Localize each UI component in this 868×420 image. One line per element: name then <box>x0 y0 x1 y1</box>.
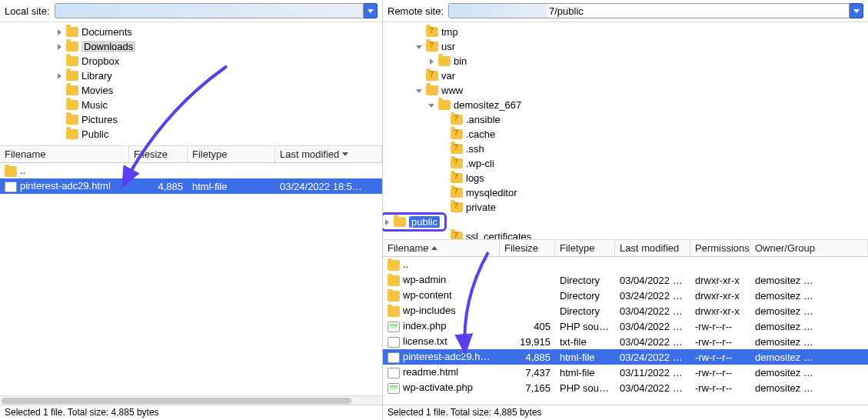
folder-icon: ? <box>451 144 463 154</box>
disclosure-icon[interactable] <box>415 44 423 50</box>
local-site-dropdown[interactable] <box>364 3 377 18</box>
cell-name: wp-admin <box>383 274 500 286</box>
tree-item[interactable]: ?usr <box>383 39 868 54</box>
file-row[interactable]: pinterest-adc29.h…4,885html-file03/24/20… <box>383 349 868 365</box>
cell-mod: 03/04/2022 … <box>615 275 690 286</box>
col-filesize[interactable]: Filesize <box>500 240 555 256</box>
disclosure-icon[interactable] <box>55 29 63 35</box>
tree-item[interactable]: ?logs <box>383 171 868 185</box>
tree-item[interactable]: Library <box>0 68 382 83</box>
local-site-combo[interactable] <box>55 3 377 18</box>
col-lastmod[interactable]: Last modified <box>275 146 382 162</box>
tree-item[interactable]: public <box>383 215 444 229</box>
tree-label: .wp-cli <box>466 158 494 169</box>
remote-file-list[interactable]: ..wp-adminDirectory03/04/2022 …drwxr-xr-… <box>383 257 868 405</box>
file-row[interactable]: wp-contentDirectory03/24/2022 1…drwxr-xr… <box>383 288 868 303</box>
tree-label: var <box>441 70 455 82</box>
cell-type: PHP source <box>555 382 615 394</box>
cell-mod: 03/11/2022 0… <box>615 367 690 378</box>
folder-icon: ? <box>451 232 463 240</box>
cell-name: readme.html <box>383 366 500 378</box>
remote-file-header[interactable]: Filename Filesize Filetype Last modified… <box>383 240 868 257</box>
col-owner[interactable]: Owner/Group <box>750 240 868 256</box>
cell-type: Directory <box>555 290 615 302</box>
col-filename[interactable]: Filename <box>0 146 129 162</box>
tree-item[interactable]: Downloads <box>0 39 382 54</box>
tree-item[interactable]: ?tmp <box>383 25 868 39</box>
file-row[interactable]: .. <box>0 163 382 178</box>
file-icon <box>387 337 400 348</box>
tree-item[interactable]: ?var <box>383 68 868 83</box>
tree-item[interactable]: ?.wp-cli <box>383 156 868 171</box>
folder-icon: ? <box>426 71 438 81</box>
tree-item[interactable]: ?.ssh <box>383 142 868 156</box>
tree-item[interactable]: Documents <box>0 25 382 39</box>
remote-status: Selected 1 file. Total size: 4,885 bytes <box>383 405 868 420</box>
local-tree[interactable]: DocumentsDownloadsDropboxLibraryMoviesMu… <box>0 22 382 146</box>
col-filetype[interactable]: Filetype <box>555 240 615 256</box>
cell-perm: -rw-r--r-- <box>690 367 750 378</box>
file-row[interactable]: license.txt19,915txt-file03/04/2022 …-rw… <box>383 334 868 349</box>
remote-tree[interactable]: ?tmp?usrbin?varwwwdemositez_667?.ansible… <box>383 22 868 240</box>
tree-item[interactable]: ?ssl_certificates <box>383 229 868 240</box>
cell-mod: 03/04/2022 … <box>615 336 690 348</box>
folder-icon: ? <box>451 158 463 168</box>
folder-icon: ? <box>451 202 463 212</box>
col-permissions[interactable]: Permissions <box>690 240 750 256</box>
tree-label: www <box>441 85 463 96</box>
local-file-list[interactable]: ..pinterest-adc29.html4,885html-file03/2… <box>0 163 382 395</box>
cell-perm: drwxr-xr-x <box>690 305 750 317</box>
tree-item[interactable]: Public <box>0 127 382 142</box>
folder-icon <box>5 166 17 177</box>
remote-site-dropdown[interactable] <box>850 3 863 18</box>
file-row[interactable]: wp-adminDirectory03/04/2022 …drwxr-xr-xd… <box>383 272 868 288</box>
tree-item[interactable]: Pictures <box>0 112 382 127</box>
local-status: Selected 1 file. Total size: 4,885 bytes <box>0 405 382 420</box>
tree-item[interactable]: ?.ansible <box>383 112 868 127</box>
folder-icon <box>387 306 400 317</box>
disclosure-icon[interactable] <box>55 73 63 79</box>
tree-item[interactable]: Movies <box>0 83 382 98</box>
disclosure-icon[interactable] <box>415 88 423 94</box>
tree-item[interactable]: www <box>383 83 868 98</box>
local-site-input[interactable] <box>55 3 364 18</box>
tree-label: Pictures <box>81 114 118 125</box>
tree-item[interactable]: ?.cache <box>383 127 868 142</box>
tree-item[interactable]: bin <box>383 54 868 68</box>
tree-item[interactable]: Music <box>0 98 382 112</box>
remote-site-combo[interactable] <box>448 3 863 18</box>
folder-icon <box>387 260 400 271</box>
tree-item[interactable]: demositez_667 <box>383 98 868 112</box>
file-row[interactable]: wp-activate.php7,165PHP source03/04/2022… <box>383 380 868 395</box>
cell-mod: 03/04/2022 … <box>615 321 690 332</box>
disclosure-icon[interactable] <box>55 44 63 50</box>
col-filetype[interactable]: Filetype <box>188 146 275 162</box>
file-row[interactable]: pinterest-adc29.html4,885html-file03/24/… <box>0 178 382 194</box>
cell-name: wp-includes <box>383 305 500 317</box>
col-filename[interactable]: Filename <box>383 240 500 256</box>
cell-type: html-file <box>188 181 275 192</box>
file-row[interactable]: readme.html7,437html-file03/11/2022 0…-r… <box>383 365 868 380</box>
disclosure-icon[interactable] <box>427 102 435 108</box>
local-hscroll[interactable] <box>0 395 382 405</box>
tree-item[interactable]: ?private <box>383 200 868 215</box>
scroll-thumb[interactable] <box>2 398 351 404</box>
local-file-header[interactable]: Filename Filesize Filetype Last modified <box>0 146 382 163</box>
tree-label: usr <box>441 41 455 52</box>
col-lastmod[interactable]: Last modified <box>615 240 690 256</box>
cell-type: Directory <box>555 275 615 286</box>
remote-site-label: Remote site: <box>387 5 444 17</box>
file-row[interactable]: index.php405PHP source03/04/2022 …-rw-r-… <box>383 318 868 334</box>
tree-item[interactable]: Dropbox <box>0 54 382 68</box>
file-row[interactable]: .. <box>383 257 868 272</box>
file-row[interactable]: wp-includesDirectory03/04/2022 …drwxr-xr… <box>383 303 868 318</box>
tree-item[interactable]: ?mysqleditor <box>383 185 868 200</box>
disclosure-icon[interactable] <box>427 58 435 65</box>
col-filesize[interactable]: Filesize <box>129 146 188 162</box>
folder-icon <box>66 71 78 81</box>
local-site-label: Local site: <box>5 5 50 17</box>
file-icon <box>387 368 400 378</box>
folder-icon <box>387 291 400 302</box>
disclosure-icon[interactable] <box>383 219 391 225</box>
folder-icon <box>66 56 78 66</box>
